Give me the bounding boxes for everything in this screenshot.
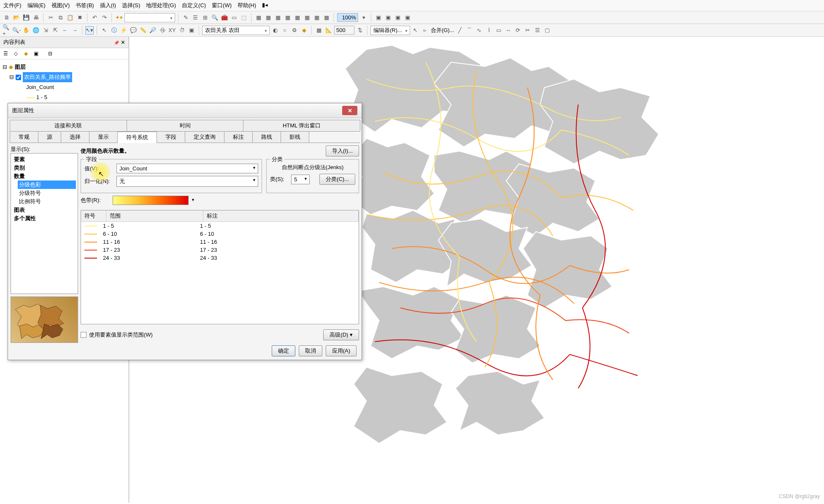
html-popup-icon[interactable]: 💬 [129, 26, 138, 35]
hdr-symbol[interactable]: 符号 [81, 210, 106, 221]
grid1-icon[interactable]: ▦ [254, 13, 263, 22]
import-button[interactable]: 导入(I)... [326, 146, 359, 156]
grid8-icon[interactable]: ▦ [322, 13, 331, 22]
scale-stepper-icon[interactable]: ⇅ [356, 26, 364, 35]
grid7-icon[interactable]: ▦ [313, 13, 321, 22]
grid4-icon[interactable]: ▦ [284, 13, 292, 22]
value-select[interactable]: Join_Count [116, 164, 258, 173]
menu-bookmark[interactable]: 书签(B) [76, 2, 94, 9]
toggle-icon[interactable]: ▮◂ [262, 2, 268, 9]
tab-symbology[interactable]: 符号系统 [117, 132, 157, 143]
copy-icon[interactable]: ⧉ [56, 13, 65, 22]
edit-vertex-icon[interactable]: ▹ [421, 26, 430, 35]
new-icon[interactable]: 🗎 [3, 13, 11, 22]
back-icon[interactable]: ← [61, 26, 69, 35]
classes-select[interactable]: 5 [291, 175, 310, 184]
toolbox-icon[interactable]: 🧰 [220, 13, 229, 22]
related-layer-dropdown[interactable]: 农田关系 农田 [202, 26, 270, 35]
tab-source[interactable]: 源 [38, 131, 61, 143]
list-by-visibility-icon[interactable]: ◆ [22, 50, 30, 57]
show-category[interactable]: 类别 [14, 164, 25, 171]
tab-selection[interactable]: 选择 [61, 131, 89, 143]
layer-name[interactable]: 农田关系_路径频率 [23, 72, 72, 82]
delete-icon[interactable]: ✖ [76, 13, 84, 22]
table-row[interactable]: 6 - 106 - 10 [81, 230, 359, 238]
close-panel-icon[interactable]: ✕ [121, 39, 125, 46]
ruler-icon[interactable]: 📐 [324, 26, 333, 35]
tab-html-popup[interactable]: HTML 弹出窗口 [243, 120, 360, 131]
advanced-button[interactable]: 高级(D) ▾ [323, 329, 359, 340]
pin-icon[interactable]: 📌 [114, 40, 119, 45]
viewer-icon[interactable]: ▣ [187, 26, 196, 35]
class-table[interactable]: 符号 范围 标注 1 - 51 - 56 - 106 - 1011 - 1611… [81, 210, 359, 324]
show-multi[interactable]: 多个属性 [14, 215, 36, 221]
print-icon[interactable]: 🖶 [32, 13, 40, 22]
show-quantity[interactable]: 数量 [14, 173, 25, 179]
norm-select[interactable]: 无 [116, 176, 258, 187]
save-icon[interactable]: 💾 [22, 13, 30, 22]
menu-view[interactable]: 视图(V) [51, 2, 70, 9]
attributes-icon[interactable]: ☰ [533, 26, 542, 35]
tab-fields[interactable]: 字段 [157, 131, 185, 143]
menu-insert[interactable]: 插入(I) [100, 2, 116, 9]
select-elements-icon[interactable]: ↖▾ [85, 26, 94, 35]
layers-icon[interactable]: ◆ [300, 26, 308, 35]
grid2-icon[interactable]: ▦ [264, 13, 273, 22]
tab-routes[interactable]: 路线 [252, 131, 281, 143]
scale-value[interactable]: 500 [334, 26, 354, 35]
tab-display[interactable]: 显示 [89, 131, 118, 143]
layout-icon[interactable]: ▣ [374, 13, 383, 22]
move-tool-icon[interactable]: ↔ [504, 26, 513, 35]
edit-tool-icon[interactable]: ↖ [411, 26, 420, 35]
layout4-icon[interactable]: ▣ [403, 13, 412, 22]
table-row[interactable]: 11 - 1611 - 16 [81, 238, 359, 246]
hdr-label[interactable]: 标注 [203, 210, 359, 221]
hyperlink-icon[interactable]: ⚡ [119, 26, 128, 35]
pointer-icon[interactable]: ↖ [100, 26, 108, 35]
measure-icon[interactable]: 📏 [139, 26, 147, 35]
layers-root[interactable]: 图层 [15, 62, 26, 72]
catalog-icon[interactable]: ⊞ [201, 13, 209, 22]
menu-window[interactable]: 窗口(W) [212, 2, 232, 9]
menu-geoprocessing[interactable]: 地理处理(G) [146, 2, 176, 9]
python-icon[interactable]: ▭ [230, 13, 238, 22]
show-chart[interactable]: 图表 [14, 207, 25, 213]
show-grad-color[interactable]: 分级色彩 [18, 181, 76, 189]
add-data-icon[interactable]: ✦▾ [115, 13, 123, 22]
table-row[interactable]: 1 - 51 - 5 [81, 222, 359, 230]
tab-time[interactable]: 时间 [127, 120, 244, 131]
table-row[interactable]: 24 - 3324 - 33 [81, 254, 359, 262]
menu-edit[interactable]: 编辑(E) [27, 2, 46, 9]
menu-help[interactable]: 帮助(H) [238, 2, 256, 9]
toc-icon[interactable]: ☰ [191, 13, 200, 22]
hdr-range[interactable]: 范围 [106, 210, 203, 221]
gear-icon[interactable]: ⚙ [290, 26, 299, 35]
circle2-icon[interactable]: ○ [281, 26, 289, 35]
menu-file[interactable]: 文件(F) [3, 2, 22, 9]
curve-tool-icon[interactable]: ∿ [475, 26, 484, 35]
list-by-selection-icon[interactable]: ▣ [32, 50, 40, 57]
classify-button[interactable]: 分类(C)... [319, 174, 355, 185]
show-feature[interactable]: 要素 [14, 156, 25, 162]
merge-label[interactable]: 合并(G)... [431, 27, 454, 34]
full-extent-icon[interactable]: 🌐 [32, 26, 40, 35]
find-route-icon[interactable]: ⛗ [158, 26, 167, 35]
identify-icon[interactable]: ⓘ [110, 26, 118, 35]
tab-join[interactable]: 连接和关联 [10, 120, 127, 131]
search-icon[interactable]: 🔍 [211, 13, 219, 22]
cut-icon[interactable]: ✂ [46, 13, 55, 22]
tab-defquery[interactable]: 定义查询 [185, 131, 224, 143]
undo-icon[interactable]: ↶ [90, 13, 99, 22]
zoom-in-icon[interactable]: 🔍+ [3, 26, 11, 35]
collapse-icon[interactable]: ⊟ [3, 62, 7, 72]
layout3-icon[interactable]: ▣ [394, 13, 402, 22]
color-ramp[interactable] [113, 196, 189, 205]
grid6-icon[interactable]: ▦ [303, 13, 311, 22]
rotate-tool-icon[interactable]: ⟳ [514, 26, 522, 35]
show-grad-symbol[interactable]: 分级符号 [18, 189, 76, 197]
pan-icon[interactable]: ✋ [22, 26, 30, 35]
editor-dropdown[interactable]: 编辑器(R)... [370, 26, 410, 35]
table-icon[interactable]: ▦ [315, 26, 323, 35]
use-feature-checkbox[interactable] [81, 332, 86, 338]
list-by-drawing-icon[interactable]: ☰ [2, 50, 9, 57]
